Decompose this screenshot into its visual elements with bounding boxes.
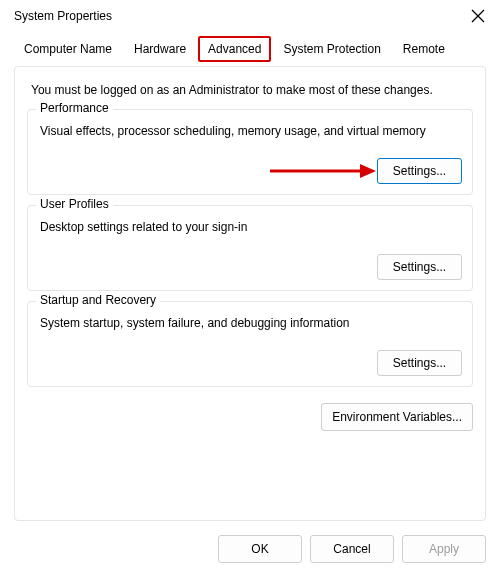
startup-settings-button[interactable]: Settings... bbox=[377, 350, 462, 376]
system-properties-window: System Properties Computer Name Hardware… bbox=[0, 0, 500, 577]
group-startup-recovery: Startup and Recovery System startup, sys… bbox=[27, 301, 473, 387]
titlebar: System Properties bbox=[0, 0, 500, 30]
desc-user-profiles: Desktop settings related to your sign-in bbox=[40, 220, 462, 234]
tab-computer-name[interactable]: Computer Name bbox=[14, 36, 122, 62]
legend-performance: Performance bbox=[36, 101, 113, 115]
tab-remote[interactable]: Remote bbox=[393, 36, 455, 62]
close-icon[interactable] bbox=[470, 8, 486, 24]
tab-advanced[interactable]: Advanced bbox=[198, 36, 271, 62]
legend-startup-recovery: Startup and Recovery bbox=[36, 293, 160, 307]
content-area: You must be logged on as an Administrato… bbox=[14, 66, 486, 521]
legend-user-profiles: User Profiles bbox=[36, 197, 113, 211]
tab-hardware[interactable]: Hardware bbox=[124, 36, 196, 62]
row-startup-button: Settings... bbox=[38, 350, 462, 376]
desc-startup-recovery: System startup, system failure, and debu… bbox=[40, 316, 462, 330]
arrow-annotation-icon bbox=[268, 161, 378, 181]
row-env-vars: Environment Variables... bbox=[27, 403, 473, 431]
group-user-profiles: User Profiles Desktop settings related t… bbox=[27, 205, 473, 291]
tab-system-protection[interactable]: System Protection bbox=[273, 36, 390, 62]
desc-performance: Visual effects, processor scheduling, me… bbox=[40, 124, 462, 138]
group-performance: Performance Visual effects, processor sc… bbox=[27, 109, 473, 195]
user-profiles-settings-button[interactable]: Settings... bbox=[377, 254, 462, 280]
row-user-profiles-button: Settings... bbox=[38, 254, 462, 280]
apply-button: Apply bbox=[402, 535, 486, 563]
cancel-button[interactable]: Cancel bbox=[310, 535, 394, 563]
svg-marker-3 bbox=[360, 164, 376, 178]
tab-bar: Computer Name Hardware Advanced System P… bbox=[0, 30, 500, 62]
admin-note: You must be logged on as an Administrato… bbox=[31, 83, 473, 97]
ok-button[interactable]: OK bbox=[218, 535, 302, 563]
environment-variables-button[interactable]: Environment Variables... bbox=[321, 403, 473, 431]
performance-settings-button[interactable]: Settings... bbox=[377, 158, 462, 184]
row-performance-button: Settings... bbox=[38, 158, 462, 184]
window-title: System Properties bbox=[14, 9, 112, 23]
footer: OK Cancel Apply bbox=[0, 521, 500, 577]
